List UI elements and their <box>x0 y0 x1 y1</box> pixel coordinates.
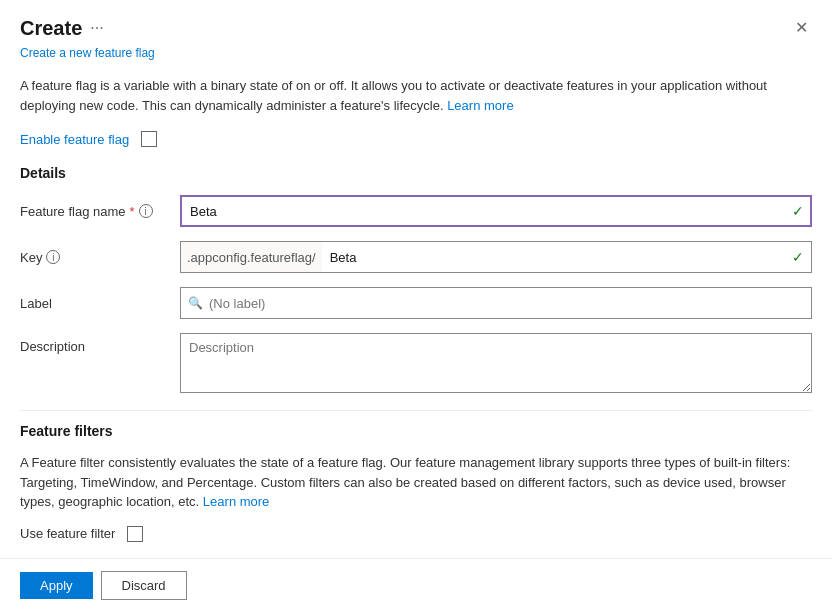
key-label: Key i <box>20 250 180 265</box>
description-textarea[interactable] <box>180 333 812 393</box>
feature-flag-name-wrapper: ✓ <box>180 195 812 227</box>
description-wrapper <box>180 333 812 396</box>
learn-more-link-filters[interactable]: Learn more <box>203 494 269 509</box>
description-label: Description <box>20 333 180 354</box>
feature-flag-name-label: Feature flag name * i <box>20 204 180 219</box>
apply-button[interactable]: Apply <box>20 572 93 599</box>
feature-flag-name-info-icon[interactable]: i <box>139 204 153 218</box>
key-info-icon[interactable]: i <box>46 250 60 264</box>
header-left: Create ··· <box>20 17 104 40</box>
use-feature-filter-label: Use feature filter <box>20 526 115 541</box>
key-row: Key i .appconfig.featureflag/ ✓ <box>20 241 812 273</box>
key-input-wrapper: ✓ <box>322 241 812 273</box>
create-feature-flag-dialog: Create ··· ✕ Create a new feature flag A… <box>0 0 832 614</box>
key-input[interactable] <box>322 241 812 273</box>
description-row: Description <box>20 333 812 396</box>
label-wrapper: 🔍 <box>180 287 812 319</box>
required-star: * <box>130 204 135 219</box>
check-icon-name: ✓ <box>792 203 804 219</box>
enable-feature-flag-checkbox[interactable] <box>141 131 157 147</box>
search-icon: 🔍 <box>188 296 203 310</box>
intro-description: A feature flag is a variable with a bina… <box>20 72 812 115</box>
filters-description: A Feature filter consistently evaluates … <box>20 453 812 512</box>
dialog-footer: Apply Discard <box>0 558 832 615</box>
learn-more-link-intro[interactable]: Learn more <box>447 98 513 113</box>
discard-button[interactable]: Discard <box>101 571 187 600</box>
dialog-header: Create ··· ✕ <box>0 0 832 44</box>
key-input-row: .appconfig.featureflag/ ✓ <box>180 241 812 273</box>
feature-filters-title: Feature filters <box>20 423 812 439</box>
use-feature-filter-checkbox[interactable] <box>127 526 143 542</box>
dialog-body: A feature flag is a variable with a bina… <box>0 72 832 542</box>
more-options-icon[interactable]: ··· <box>90 19 103 37</box>
feature-filters-section: Feature filters A Feature filter consist… <box>20 410 812 542</box>
key-prefix: .appconfig.featureflag/ <box>180 241 322 273</box>
label-row: Label 🔍 <box>20 287 812 319</box>
check-icon-key: ✓ <box>792 249 804 265</box>
dialog-title: Create <box>20 17 82 40</box>
feature-flag-name-row: Feature flag name * i ✓ <box>20 195 812 227</box>
close-button[interactable]: ✕ <box>791 16 812 40</box>
label-label: Label <box>20 296 180 311</box>
dialog-subtitle[interactable]: Create a new feature flag <box>0 44 832 72</box>
feature-flag-name-input[interactable] <box>180 195 812 227</box>
enable-feature-flag-label: Enable feature flag <box>20 132 129 147</box>
enable-feature-flag-row: Enable feature flag <box>20 131 812 147</box>
use-feature-filter-row: Use feature filter <box>20 526 812 542</box>
label-input[interactable] <box>180 287 812 319</box>
details-section-title: Details <box>20 165 812 181</box>
